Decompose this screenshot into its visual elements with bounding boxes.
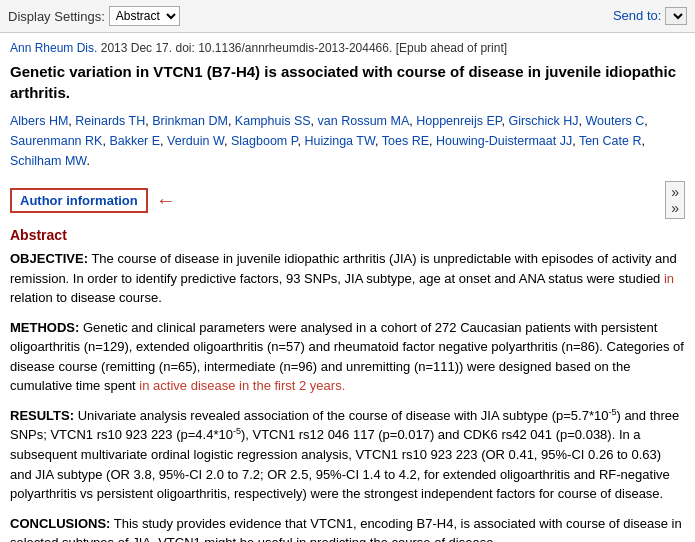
conclusions-label: CONCLUSIONS:: [10, 516, 110, 531]
abstract-methods: METHODS: Genetic and clinical parameters…: [10, 318, 685, 396]
journal-line: Ann Rheum Dis. 2013 Dec 17. doi: 10.1136…: [10, 41, 685, 55]
author-info-row: Author information ← »»: [10, 181, 685, 219]
author-link[interactable]: Huizinga TW: [304, 134, 375, 148]
display-settings-group: Display Settings: Abstract: [8, 6, 180, 26]
expand-button[interactable]: »»: [665, 181, 685, 219]
display-settings-select[interactable]: Abstract: [109, 6, 180, 26]
red-arrow-icon: ←: [156, 189, 176, 212]
abstract-section: Abstract OBJECTIVE: The course of diseas…: [10, 227, 685, 542]
main-content: Ann Rheum Dis. 2013 Dec 17. doi: 10.1136…: [0, 33, 695, 542]
author-link[interactable]: Verduin W: [167, 134, 224, 148]
author-link[interactable]: Reinards TH: [75, 114, 145, 128]
author-link[interactable]: van Rossum MA: [318, 114, 410, 128]
abstract-objective: OBJECTIVE: The course of disease in juve…: [10, 249, 685, 308]
author-link[interactable]: Schilham MW: [10, 154, 86, 168]
author-link[interactable]: Houwing-Duistermaat JJ: [436, 134, 572, 148]
author-link[interactable]: Albers HM: [10, 114, 68, 128]
display-settings-label: Display Settings:: [8, 9, 105, 24]
methods-label: METHODS:: [10, 320, 79, 335]
send-to-link[interactable]: Send to:: [613, 8, 687, 23]
author-link[interactable]: Kamphuis SS: [235, 114, 311, 128]
highlight-in-active: in active disease in the first 2 years.: [139, 378, 345, 393]
objective-label: OBJECTIVE:: [10, 251, 88, 266]
send-to-select[interactable]: [665, 7, 687, 25]
author-link[interactable]: Slagboom P: [231, 134, 298, 148]
journal-link[interactable]: Ann Rheum Dis.: [10, 41, 101, 55]
abstract-results: RESULTS: Univariate analysis revealed as…: [10, 406, 685, 504]
author-link[interactable]: Toes RE: [382, 134, 429, 148]
author-link[interactable]: Saurenmann RK: [10, 134, 102, 148]
authors-line: Albers HM, Reinards TH, Brinkman DM, Kam…: [10, 111, 685, 171]
article-title: Genetic variation in VTCN1 (B7-H4) is as…: [10, 61, 685, 103]
author-link[interactable]: Girschick HJ: [508, 114, 578, 128]
author-link[interactable]: Ten Cate R: [579, 134, 642, 148]
send-to-group: Send to:: [613, 7, 687, 25]
author-link[interactable]: Bakker E: [109, 134, 160, 148]
abstract-conclusions: CONCLUSIONS: This study provides evidenc…: [10, 514, 685, 542]
author-info-button[interactable]: Author information: [10, 188, 148, 213]
author-link[interactable]: Hoppenreijs EP: [416, 114, 501, 128]
author-link[interactable]: Wouters C: [586, 114, 645, 128]
top-bar: Display Settings: Abstract Send to:: [0, 0, 695, 33]
results-label: RESULTS:: [10, 408, 74, 423]
author-link[interactable]: Brinkman DM: [152, 114, 228, 128]
highlight-in: in: [664, 271, 674, 286]
abstract-heading: Abstract: [10, 227, 685, 243]
